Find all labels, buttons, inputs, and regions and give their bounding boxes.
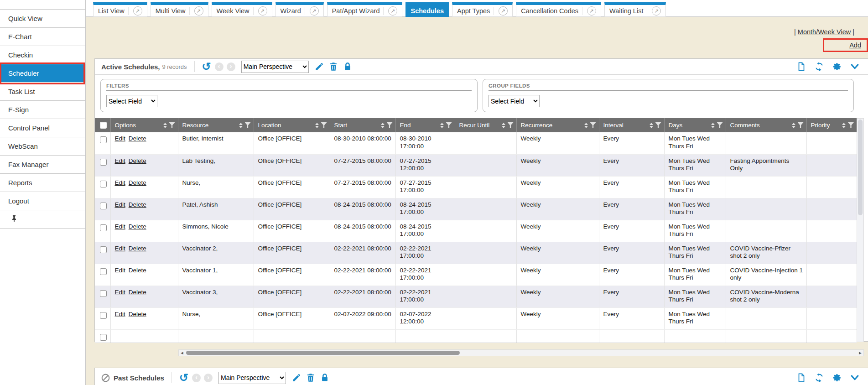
column-header-location[interactable]: Location [254, 118, 330, 132]
horizontal-scrollbar-thumb[interactable] [186, 351, 460, 355]
sort-icon[interactable] [239, 123, 243, 128]
filter-funnel-icon[interactable] [848, 122, 854, 128]
lock-perspective-icon[interactable] [343, 62, 353, 72]
tab-multi-view[interactable]: Multi View ↗ [151, 2, 208, 17]
sort-icon[interactable] [315, 123, 319, 128]
column-header-recurrence[interactable]: Recurrence [516, 118, 599, 132]
delete-link[interactable]: Delete [129, 223, 146, 230]
row-checkbox[interactable] [100, 268, 107, 275]
sidebar-item-quick-view[interactable]: Quick View [0, 10, 85, 28]
tab-week-view[interactable]: Week View ↗ [212, 2, 272, 17]
filter-funnel-icon[interactable] [717, 122, 723, 128]
column-header-start[interactable]: Start [330, 118, 395, 132]
sort-icon[interactable] [842, 123, 846, 128]
row-checkbox[interactable] [100, 181, 107, 187]
vertical-scrollbar-thumb[interactable] [858, 120, 863, 215]
row-checkbox[interactable] [100, 159, 107, 166]
delete-link[interactable]: Delete [129, 135, 146, 142]
popout-icon[interactable]: ↗ [258, 6, 267, 16]
filter-funnel-icon[interactable] [321, 122, 327, 128]
sidebar-item-e-chart[interactable]: E-Chart [0, 28, 85, 46]
edit-perspective-icon[interactable] [314, 62, 324, 72]
refresh-icon[interactable] [814, 62, 824, 72]
popout-icon[interactable]: ↗ [388, 6, 397, 16]
gear-icon[interactable] [832, 373, 842, 383]
delete-link[interactable]: Delete [129, 267, 146, 274]
filters-field-select[interactable]: Select Field [106, 95, 157, 107]
column-header-priority[interactable]: Priority [806, 118, 857, 132]
column-header-resource[interactable]: Resource [178, 118, 254, 132]
row-checkbox[interactable] [100, 224, 107, 231]
column-header-options[interactable]: Options [110, 118, 178, 132]
sidebar-item-reports[interactable]: Reports [0, 174, 85, 192]
scroll-left-arrow[interactable]: ◂ [179, 350, 185, 356]
column-header-recur-until[interactable]: Recur Until [455, 118, 516, 132]
sidebar-item-checkin[interactable]: Checkin [0, 46, 85, 64]
select-all-header[interactable] [95, 118, 110, 132]
column-header-end[interactable]: End [395, 118, 455, 132]
sidebar-item-task-list[interactable]: Task List [0, 83, 85, 101]
sidebar-item-e-sign[interactable]: E-Sign [0, 101, 85, 119]
filter-funnel-icon[interactable] [798, 122, 804, 128]
column-header-comments[interactable]: Comments [726, 118, 806, 132]
edit-link[interactable]: Edit [115, 267, 125, 274]
delete-link[interactable]: Delete [129, 311, 146, 317]
delete-link[interactable]: Delete [129, 157, 146, 164]
sort-icon[interactable] [163, 123, 167, 128]
tab-list-view[interactable]: List View ↗ [93, 2, 147, 17]
select-all-checkbox[interactable] [100, 122, 107, 129]
row-checkbox[interactable] [100, 136, 107, 143]
sort-icon[interactable] [440, 123, 444, 128]
sort-icon[interactable] [792, 123, 795, 128]
gear-icon[interactable] [832, 62, 842, 72]
new-document-icon[interactable] [796, 373, 806, 383]
delete-link[interactable]: Delete [129, 289, 146, 296]
collapse-chevron-icon[interactable] [850, 62, 860, 72]
sidebar-item-webscan[interactable]: WebScan [0, 137, 85, 156]
filter-funnel-icon[interactable] [245, 122, 251, 128]
column-header-days[interactable]: Days [664, 118, 726, 132]
scroll-right-arrow[interactable]: ▸ [857, 350, 863, 356]
previous-perspective-icon[interactable]: ‹ [215, 62, 223, 71]
sidebar-item-control-panel[interactable]: Control Panel [0, 119, 85, 137]
tab-waiting-list[interactable]: Waiting List ↗ [604, 2, 666, 17]
edit-link[interactable]: Edit [115, 201, 125, 208]
tab-appt-types[interactable]: Appt Types ↗ [452, 2, 513, 17]
popout-icon[interactable]: ↗ [133, 6, 142, 16]
sort-icon[interactable] [650, 123, 653, 128]
perspective-select[interactable]: Main Perspective [241, 61, 309, 73]
column-header-interval[interactable]: Interval [599, 118, 664, 132]
popout-icon[interactable]: ↗ [194, 6, 203, 16]
filter-funnel-icon[interactable] [387, 122, 393, 128]
past-perspective-select[interactable]: Main Perspective [218, 372, 286, 384]
undo-icon[interactable]: ↺ [202, 62, 211, 72]
row-checkbox[interactable] [100, 290, 107, 297]
pushpin-icon[interactable] [11, 215, 17, 224]
edit-link[interactable]: Edit [115, 245, 125, 252]
new-document-icon[interactable] [796, 62, 806, 72]
previous-perspective-icon[interactable]: ‹ [192, 374, 201, 382]
edit-link[interactable]: Edit [115, 223, 125, 230]
popout-icon[interactable]: ↗ [652, 6, 661, 16]
horizontal-scrollbar[interactable]: ◂ ▸ [178, 349, 864, 356]
lock-perspective-icon[interactable] [320, 373, 330, 383]
undo-icon[interactable]: ↺ [179, 373, 188, 383]
sidebar-item-scheduler[interactable]: Scheduler [0, 64, 85, 83]
delete-link[interactable]: Delete [129, 245, 146, 252]
filter-funnel-icon[interactable] [446, 122, 452, 128]
month-week-view-link[interactable]: Month/Week View [798, 28, 851, 36]
tab-schedules[interactable]: Schedules [405, 2, 449, 17]
row-checkbox[interactable] [100, 246, 107, 253]
refresh-icon[interactable] [814, 373, 824, 383]
row-checkbox[interactable] [100, 334, 107, 341]
filter-funnel-icon[interactable] [590, 122, 596, 128]
next-perspective-icon[interactable]: › [227, 62, 235, 71]
group-fields-select[interactable]: Select Field [489, 95, 540, 107]
edit-link[interactable]: Edit [115, 135, 125, 142]
tab-pat-appt-wizard[interactable]: Pat/Appt Wizard ↗ [327, 2, 403, 17]
collapse-chevron-icon[interactable] [850, 373, 860, 383]
delete-perspective-icon[interactable] [306, 373, 316, 383]
popout-icon[interactable]: ↗ [587, 6, 596, 16]
sort-icon[interactable] [584, 123, 588, 128]
filter-funnel-icon[interactable] [169, 122, 175, 128]
